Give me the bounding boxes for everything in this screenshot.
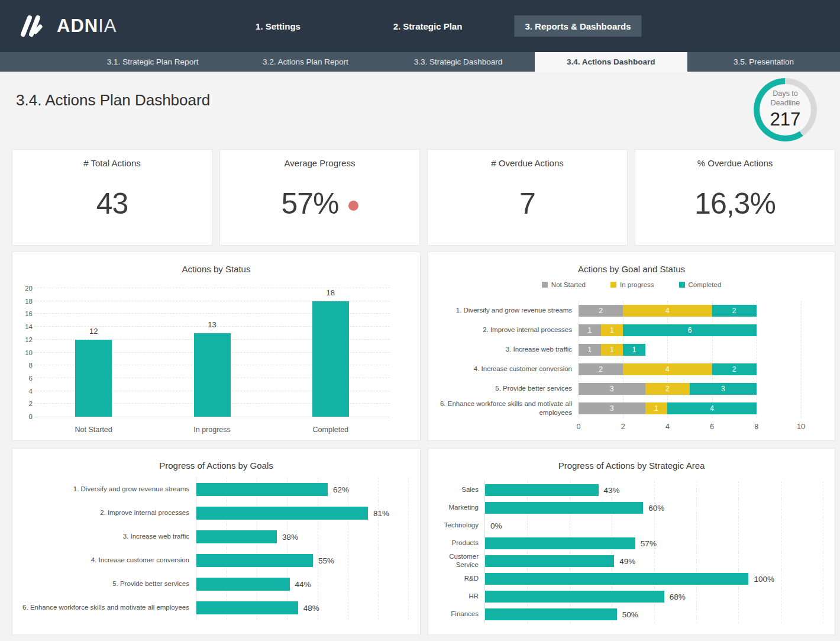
goal-label: 3. Increase web traffic [428, 345, 579, 353]
days-to-deadline-label: Days to Deadline [771, 89, 800, 108]
bar-products [485, 537, 635, 549]
gridline [348, 525, 348, 549]
row-technology: Technology0% [428, 517, 835, 534]
legend-swatch-icon [542, 282, 548, 288]
y-tick-label: 12 [17, 336, 33, 343]
row-marketing: Marketing60% [428, 499, 835, 517]
category-label: 4. Increase customer conversion [12, 556, 196, 565]
y-tick-label: 10 [17, 349, 33, 356]
nav-item-2-strategic-plan[interactable]: 2. Strategic Plan [383, 0, 473, 52]
nav-item-3-reports-dashboards[interactable]: 3. Reports & Dashboards [514, 15, 641, 37]
segment-not-started: 2 [579, 305, 623, 317]
bar-rows: Sales43%Marketing60%Technology0%Products… [428, 481, 835, 623]
bar-6-enhance-workforce-skills-and-motivate-all-employees [196, 601, 298, 614]
kpi-title: % Overdue Actions [635, 158, 835, 168]
bar-value: 18 [307, 288, 354, 297]
actions-by-status-plot: 121318 [34, 289, 390, 417]
tab-3-5-presentation[interactable]: 3.5. Presentation [687, 52, 840, 72]
category-label: 6. Enhance workforce skills and motivate… [12, 604, 196, 612]
gridline [781, 534, 781, 552]
segment-completed: 4 [667, 402, 756, 414]
goal-label: 1. Diversify and grow revenue streams [428, 306, 579, 314]
bar-value: 0% [490, 521, 502, 530]
x-axis: 0246810 [579, 423, 801, 432]
tab-3-1-strategic-plan-report[interactable]: 3.1. Strategic Plan Report [76, 52, 229, 72]
tab-3-3-strategic-dashboard[interactable]: 3.3. Strategic Dashboard [382, 52, 534, 72]
segment-completed: 2 [712, 363, 757, 375]
category-label: 5. Provide better services [12, 580, 196, 588]
gridline [823, 570, 823, 588]
chart-progress-by-goals: Progress of Actions by Goals 1. Diversif… [12, 448, 421, 635]
gridlines [579, 301, 801, 418]
bar-track: 48% [196, 596, 408, 620]
category-label: Customer Service [428, 553, 484, 569]
x-tick-label: 2 [621, 423, 625, 431]
row-hr: HR68% [428, 588, 835, 605]
gridline [378, 596, 379, 620]
segment-not-started: 3 [579, 402, 645, 414]
bar-value: 13 [189, 320, 236, 329]
chart-title: Actions by Status [12, 264, 420, 274]
segment-not-started: 1 [579, 344, 601, 356]
category-label: R&D [428, 575, 484, 583]
goal-label: 6. Enhance workforce skills and motivate… [428, 400, 579, 417]
nav-item-1-settings[interactable]: 1. Settings [245, 0, 311, 52]
kpi-card-average-progress: Average Progress57% [219, 149, 420, 246]
row-5-provide-better-services: 5. Provide better services44% [12, 572, 420, 596]
bar-value: 50% [622, 610, 638, 619]
gridline [348, 549, 348, 572]
category-label: Products [428, 539, 484, 547]
bar-value: 62% [333, 485, 349, 494]
brand-name: ADNIA [57, 15, 117, 37]
gridline [696, 605, 697, 623]
category-label: Finances [428, 610, 484, 619]
category-label: HR [428, 592, 484, 601]
tab-3-2-actions-plan-report[interactable]: 3.2. Actions Plan Report [229, 52, 382, 72]
gridline [781, 552, 781, 570]
chart-title: Actions by Goal and Status [428, 264, 835, 274]
row-r-d: R&D100% [428, 570, 835, 588]
gridline [781, 605, 781, 623]
y-tick-label: 14 [17, 323, 33, 330]
kpi-value: 43 [96, 186, 128, 221]
kpi-value-row: 43 [12, 186, 212, 221]
gridlines [485, 517, 823, 534]
stacked-bar: 314 [579, 402, 801, 414]
category-label: Marketing [428, 504, 484, 512]
x-category-label: Completed [283, 426, 378, 434]
row-2-improve-internal-processes: 2. Improve internal processes81% [12, 501, 420, 525]
gridline [579, 301, 579, 418]
x-tick-label: 8 [754, 423, 758, 431]
bar-3-increase-web-traffic [196, 530, 277, 543]
segment-in-progress: 1 [601, 324, 623, 336]
bar-1-diversify-and-grow-revenue-streams [196, 483, 328, 496]
y-tick-label: 8 [17, 362, 33, 369]
gridline [738, 605, 739, 623]
y-tick-label: 20 [17, 285, 33, 292]
gridline [378, 525, 379, 549]
days-to-deadline-inner: Days to Deadline 217 [760, 84, 811, 136]
gridline [408, 596, 409, 620]
segment-completed: 1 [623, 344, 645, 356]
bar-value: 44% [295, 580, 311, 589]
segment-in-progress: 4 [623, 363, 712, 375]
gridline [738, 517, 739, 534]
bar-track: 55% [196, 549, 408, 572]
gridline [712, 301, 713, 418]
bar-value: 48% [303, 604, 319, 613]
segment-completed: 2 [712, 305, 757, 317]
goal-label: 5. Provide better services [428, 384, 579, 392]
legend-swatch-icon [679, 282, 685, 288]
chart-legend: Not StartedIn progressCompleted [428, 281, 835, 288]
gridline [378, 478, 379, 501]
bar-4-increase-customer-conversion [196, 554, 313, 567]
gridline [738, 588, 739, 605]
stacked-bar: 242 [579, 305, 801, 317]
gridline [667, 301, 668, 418]
gridline [823, 552, 823, 570]
bar-track: 49% [484, 552, 823, 570]
tab-3-4-actions-dashboard[interactable]: 3.4. Actions Dashboard [535, 52, 687, 72]
gridline [757, 301, 757, 418]
category-label: 2. Improve internal processes [12, 509, 196, 517]
bar-5-provide-better-services [196, 578, 290, 591]
